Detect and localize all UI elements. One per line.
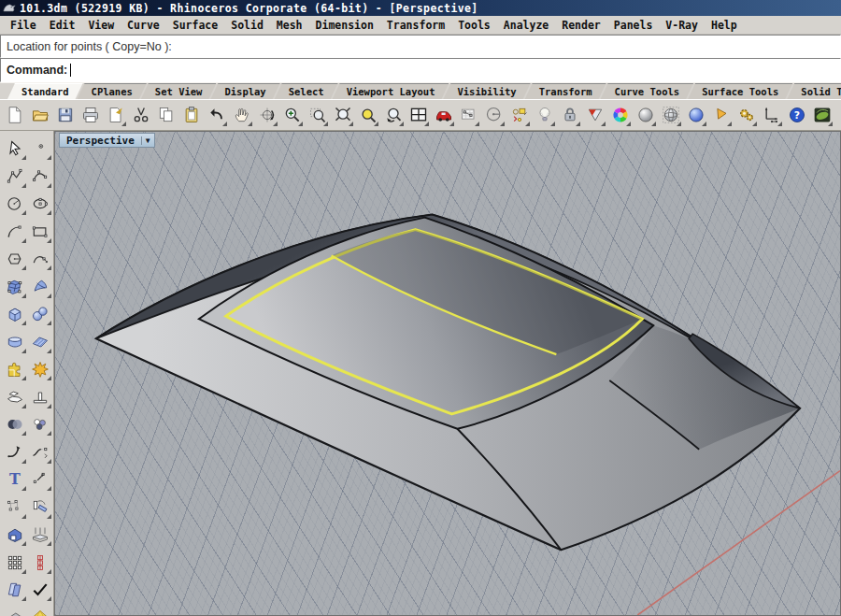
print-icon[interactable] (78, 103, 102, 127)
tab-solid-tools[interactable]: Solid Tools (787, 83, 841, 99)
menu-item-vray[interactable]: V-Ray (659, 17, 705, 34)
import-page-icon[interactable] (104, 103, 127, 127)
viewport-layout-icon[interactable] (406, 103, 430, 127)
tab-visibility[interactable]: Visibility (443, 83, 530, 99)
new-file-icon[interactable] (3, 103, 26, 127)
tool-explode-icon[interactable] (28, 357, 52, 381)
tool-ellipse-icon[interactable] (28, 192, 52, 216)
named-cplane-icon[interactable] (457, 103, 480, 127)
open-icon[interactable] (28, 103, 51, 127)
tab-select[interactable]: Select (275, 83, 338, 99)
tool-spheres-icon[interactable] (28, 302, 52, 326)
tool-handle-curve-icon[interactable] (28, 247, 52, 271)
tool-array-vertical-icon[interactable] (28, 551, 52, 575)
menu-item-curve[interactable]: Curve (121, 17, 166, 34)
rotate-view-icon[interactable] (255, 103, 278, 127)
viewport-menu-arrow-icon[interactable]: ▼ (141, 136, 150, 145)
viewport-title-tab[interactable]: Perspective ▼ (59, 133, 155, 148)
tool-srf-points-icon[interactable] (3, 275, 27, 299)
tool-gem-icon[interactable] (28, 606, 52, 616)
menu-item-mesh[interactable]: Mesh (270, 17, 309, 34)
light-icon[interactable] (533, 103, 556, 127)
command-line[interactable]: Command: (0, 58, 841, 82)
copy-icon[interactable] (154, 103, 178, 127)
tab-curve-tools[interactable]: Curve Tools (601, 83, 694, 99)
tool-solid-union-icon[interactable] (3, 523, 27, 547)
menu-item-transform[interactable]: Transform (380, 17, 451, 34)
tool-circle-icon[interactable] (3, 192, 27, 216)
cplane-dial-icon[interactable] (482, 103, 506, 127)
help-icon[interactable]: ? (785, 103, 808, 127)
render-sphere-icon[interactable] (684, 103, 707, 127)
tool-move-point-icon[interactable] (28, 467, 52, 492)
shade-sphere-icon[interactable] (634, 103, 657, 127)
tool-loft-icon[interactable] (3, 330, 27, 354)
tool-array-grid-icon[interactable] (3, 551, 27, 575)
tab-display[interactable]: Display (210, 83, 279, 99)
tool-group-icon[interactable] (3, 495, 27, 520)
zoom-previous-icon[interactable] (381, 103, 405, 127)
wire-sphere-icon[interactable] (659, 103, 682, 127)
paste-icon[interactable] (179, 103, 203, 127)
menu-item-file[interactable]: File (4, 17, 43, 34)
tool-adjust-end-icon[interactable] (3, 440, 27, 465)
tool-srf-patch-icon[interactable] (28, 275, 52, 299)
tool-srf-corner-icon[interactable] (28, 330, 52, 354)
zoom-in-icon[interactable] (280, 103, 304, 127)
tool-text-icon[interactable]: T (3, 467, 27, 492)
menu-item-panels[interactable]: Panels (607, 17, 660, 34)
tool-fillet-srf-icon[interactable] (3, 385, 27, 409)
zoom-window-icon[interactable] (306, 103, 329, 127)
save-icon[interactable] (53, 103, 77, 127)
tool-rotate-copy-icon[interactable] (28, 495, 52, 520)
undo-icon[interactable] (205, 103, 228, 127)
tool-point-icon[interactable] (28, 136, 52, 161)
vray-editor-icon[interactable] (583, 103, 606, 127)
osnap-shapes-icon[interactable] (507, 103, 531, 127)
tool-extrude-down-icon[interactable] (28, 523, 52, 547)
menu-item-surface[interactable]: Surface (166, 17, 224, 34)
lock-icon[interactable] (558, 103, 581, 127)
zoom-selected-icon[interactable] (356, 103, 379, 127)
tool-rectangle-icon[interactable] (28, 220, 52, 244)
tool-rock-icon[interactable] (3, 606, 27, 616)
tool-box-icon[interactable] (3, 302, 27, 326)
tool-arc-icon[interactable] (3, 220, 27, 244)
tool-check-icon[interactable] (28, 578, 52, 602)
tool-blend-curve-icon[interactable] (28, 440, 52, 465)
tool-chamfer-srf-icon[interactable] (28, 385, 52, 409)
tab-set-view[interactable]: Set View (141, 83, 217, 99)
color-wheel-icon[interactable] (608, 103, 632, 127)
dimension-icon[interactable] (760, 103, 783, 127)
tool-copy-sheets-icon[interactable] (3, 578, 27, 602)
tool-puzzle-icon[interactable] (3, 357, 27, 381)
tool-boolean-diff-icon[interactable] (3, 412, 27, 437)
viewport-canvas[interactable] (55, 132, 840, 615)
tool-control-curve-icon[interactable] (28, 165, 52, 189)
tab-viewport-layout[interactable]: Viewport Layout (333, 83, 449, 99)
tool-polygon-icon[interactable] (3, 247, 27, 271)
tab-transform[interactable]: Transform (525, 83, 606, 99)
zoom-extents-icon[interactable] (331, 103, 354, 127)
menu-item-help[interactable]: Help (705, 17, 744, 34)
grasshopper-icon[interactable] (810, 103, 834, 127)
menu-item-edit[interactable]: Edit (43, 17, 82, 34)
cut-icon[interactable] (129, 103, 152, 127)
tab-surface-tools[interactable]: Surface Tools (688, 83, 792, 99)
options-gears-icon[interactable] (734, 103, 758, 127)
command-prompt-label: Command: (7, 64, 67, 77)
menu-item-solid[interactable]: Solid (224, 17, 270, 34)
tool-polyline-icon[interactable] (3, 165, 27, 189)
tool-boolean-union-icon[interactable] (28, 412, 52, 437)
menu-item-view[interactable]: View (81, 17, 121, 34)
flag-icon[interactable] (709, 103, 733, 127)
menu-item-dimension[interactable]: Dimension (309, 17, 380, 34)
menu-item-tools[interactable]: Tools (451, 17, 497, 34)
menu-item-render[interactable]: Render (555, 17, 607, 34)
pan-icon[interactable] (230, 103, 253, 127)
tab-standard[interactable]: Standard (7, 83, 83, 99)
tool-select-icon[interactable] (3, 136, 27, 161)
tab-cplanes[interactable]: CPlanes (78, 83, 147, 99)
move-car-icon[interactable] (432, 103, 455, 127)
menu-item-analyze[interactable]: Analyze (497, 17, 555, 34)
